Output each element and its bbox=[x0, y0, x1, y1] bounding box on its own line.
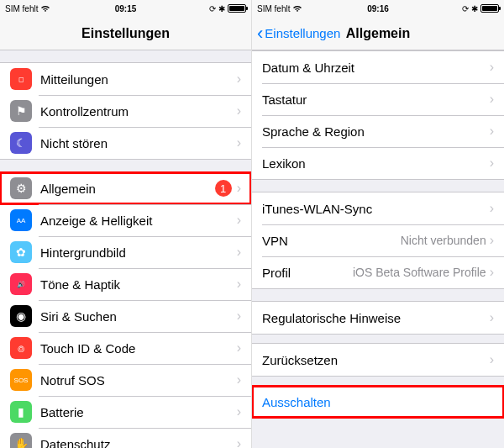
chevron-right-icon: › bbox=[237, 308, 241, 324]
row-label: Ausschalten bbox=[262, 395, 494, 409]
display-icon: AA bbox=[10, 209, 32, 231]
row-label: Tastatur bbox=[262, 92, 490, 107]
chevron-right-icon: › bbox=[490, 265, 494, 280]
row-keyboard[interactable]: Tastatur› bbox=[252, 83, 504, 115]
do-not-disturb-icon: ☾ bbox=[10, 132, 32, 154]
row-battery[interactable]: ▮Batterie› bbox=[0, 396, 251, 428]
row-label: Mitteilungen bbox=[40, 72, 237, 87]
chevron-right-icon: › bbox=[490, 352, 494, 367]
back-button[interactable]: ‹ Einstellungen bbox=[252, 24, 340, 43]
touchid-icon: ⌾ bbox=[10, 337, 32, 359]
row-label: Regulatorische Hinweise bbox=[262, 311, 490, 325]
row-label: Touch ID & Code bbox=[40, 341, 237, 356]
chevron-right-icon: › bbox=[237, 103, 241, 119]
nav-title: Allgemein bbox=[346, 26, 410, 41]
carrier-text: SIM fehlt bbox=[5, 4, 38, 13]
row-label: Anzeige & Helligkeit bbox=[40, 213, 237, 228]
bluetooth-icon: ✱ bbox=[471, 4, 478, 13]
chevron-right-icon: › bbox=[237, 245, 241, 260]
row-do-not-disturb[interactable]: ☾Nicht stören› bbox=[0, 127, 251, 159]
row-sos[interactable]: SOSNotruf SOS› bbox=[0, 364, 251, 396]
chevron-right-icon: › bbox=[237, 277, 241, 292]
chevron-right-icon: › bbox=[237, 436, 241, 448]
general-screen: SIM fehlt 09:16 ⟳ ✱ ‹ Einstellungen Allg… bbox=[252, 0, 504, 448]
row-label: VPN bbox=[262, 234, 401, 248]
row-label: Nicht stören bbox=[40, 136, 237, 150]
status-bar: SIM fehlt 09:16 ⟳ ✱ bbox=[252, 0, 504, 17]
chevron-left-icon: ‹ bbox=[257, 24, 263, 43]
chevron-right-icon: › bbox=[490, 310, 494, 325]
chevron-right-icon: › bbox=[490, 155, 494, 171]
sos-icon: SOS bbox=[10, 369, 32, 391]
row-touchid[interactable]: ⌾Touch ID & Code› bbox=[0, 332, 251, 364]
row-label: Datenschutz bbox=[40, 437, 237, 449]
privacy-icon: ✋ bbox=[10, 433, 32, 448]
row-regulatory[interactable]: Regulatorische Hinweise› bbox=[252, 302, 504, 334]
row-siri[interactable]: ◉Siri & Suchen› bbox=[0, 300, 251, 332]
row-label: Notruf SOS bbox=[40, 373, 237, 387]
chevron-right-icon: › bbox=[490, 92, 494, 107]
row-label: Lexikon bbox=[262, 156, 490, 171]
row-label: Zurücksetzen bbox=[262, 353, 490, 367]
bluetooth-icon: ✱ bbox=[218, 4, 225, 13]
nav-bar: Einstellungen bbox=[0, 17, 251, 50]
wifi-icon bbox=[292, 4, 302, 13]
row-value: Nicht verbunden bbox=[401, 234, 486, 247]
row-dictionary[interactable]: Lexikon› bbox=[252, 147, 504, 179]
general-list: Datum & Uhrzeit›Tastatur›Sprache & Regio… bbox=[252, 50, 504, 419]
row-label: Datum & Uhrzeit bbox=[262, 61, 490, 75]
general-icon: ⚙ bbox=[10, 177, 32, 199]
row-date-time[interactable]: Datum & Uhrzeit› bbox=[252, 51, 504, 83]
chevron-right-icon: › bbox=[490, 60, 494, 75]
chevron-right-icon: › bbox=[237, 71, 241, 87]
row-reset[interactable]: Zurücksetzen› bbox=[252, 344, 504, 376]
battery-icon: ▮ bbox=[10, 401, 32, 423]
row-display[interactable]: AAAnzeige & Helligkeit› bbox=[0, 204, 251, 236]
status-time: 09:16 bbox=[367, 4, 389, 13]
chevron-right-icon: › bbox=[237, 181, 241, 196]
carrier-text: SIM fehlt bbox=[257, 4, 290, 13]
nav-bar: ‹ Einstellungen Allgemein bbox=[252, 17, 504, 50]
badge: 1 bbox=[215, 180, 232, 197]
row-sounds[interactable]: 🔊Töne & Haptik› bbox=[0, 268, 251, 300]
row-privacy[interactable]: ✋Datenschutz› bbox=[0, 428, 251, 448]
row-label: Sprache & Region bbox=[262, 124, 490, 139]
row-profile[interactable]: ProfiliOS Beta Software Profile› bbox=[252, 256, 504, 288]
row-general[interactable]: ⚙Allgemein1› bbox=[0, 172, 251, 204]
row-vpn[interactable]: VPNNicht verbunden› bbox=[252, 224, 504, 256]
wallpaper-icon: ✿ bbox=[10, 241, 32, 263]
row-label: Profil bbox=[262, 266, 353, 280]
row-label: Siri & Suchen bbox=[40, 309, 237, 324]
row-control-center[interactable]: ⚑Kontrollzentrum› bbox=[0, 95, 251, 127]
row-language-region[interactable]: Sprache & Region› bbox=[252, 115, 504, 147]
settings-list: ◻︎Mitteilungen›⚑Kontrollzentrum›☾Nicht s… bbox=[0, 62, 251, 448]
wifi-icon bbox=[40, 4, 50, 13]
siri-icon: ◉ bbox=[10, 305, 32, 327]
chevron-right-icon: › bbox=[490, 233, 494, 248]
row-label: Allgemein bbox=[40, 182, 215, 196]
chevron-right-icon: › bbox=[237, 372, 241, 387]
row-notifications[interactable]: ◻︎Mitteilungen› bbox=[0, 63, 251, 95]
settings-screen: SIM fehlt 09:15 ⟳ ✱ Einstellungen ◻︎Mitt… bbox=[0, 0, 252, 448]
back-label: Einstellungen bbox=[265, 26, 340, 40]
chevron-right-icon: › bbox=[490, 124, 494, 139]
status-bar: SIM fehlt 09:15 ⟳ ✱ bbox=[0, 0, 251, 17]
nav-title: Einstellungen bbox=[81, 26, 170, 41]
row-label: iTunes-WLAN-Sync bbox=[262, 202, 490, 216]
control-center-icon: ⚑ bbox=[10, 100, 32, 122]
row-shutdown[interactable]: Ausschalten bbox=[252, 386, 504, 418]
row-label: Hintergrundbild bbox=[40, 245, 237, 260]
status-time: 09:15 bbox=[115, 4, 137, 13]
row-label: Töne & Haptik bbox=[40, 277, 237, 292]
battery-icon bbox=[480, 4, 499, 13]
sounds-icon: 🔊 bbox=[10, 273, 32, 295]
row-itunes-wifi-sync[interactable]: iTunes-WLAN-Sync› bbox=[252, 192, 504, 224]
chevron-right-icon: › bbox=[237, 213, 241, 228]
chevron-right-icon: › bbox=[237, 340, 241, 356]
lock-rotation-icon: ⟳ bbox=[209, 4, 216, 13]
row-wallpaper[interactable]: ✿Hintergrundbild› bbox=[0, 236, 251, 268]
notifications-icon: ◻︎ bbox=[10, 68, 32, 90]
chevron-right-icon: › bbox=[237, 404, 241, 419]
row-label: Kontrollzentrum bbox=[40, 104, 237, 119]
chevron-right-icon: › bbox=[490, 201, 494, 216]
